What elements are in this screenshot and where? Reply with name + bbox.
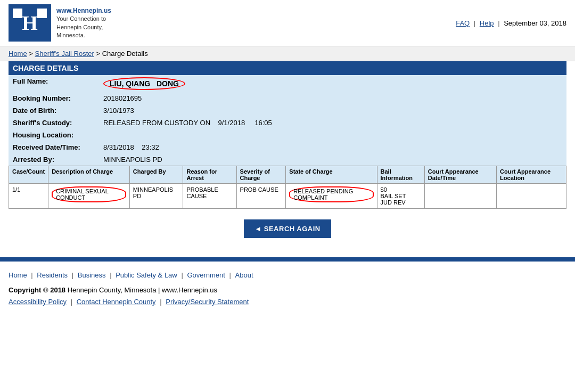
col-court-date: Court Appearance Date/Time [424,166,496,184]
footer-link-business[interactable]: Business [78,271,106,279]
field-label-fullname: Full Name: [9,75,99,92]
faq-link[interactable]: FAQ [456,19,470,27]
cell-bail: $0BAIL SETJUD REV [377,184,424,209]
footer-copyright: Copyright © 2018 Hennepin County, Minnes… [9,284,566,308]
logo-letter: H [22,11,38,35]
table-row: Sheriff's Custody: RELEASED FROM CUSTODY… [9,117,566,129]
field-label-custody: Sheriff's Custody: [9,117,99,129]
field-value-arrested: MINNEAPOLIS PD [99,153,566,166]
info-table: Full Name: LIU, QIANG DONG Booking Numbe… [9,75,566,166]
charges-table: Case/Count Description of Charge Charged… [9,166,566,209]
col-reason: Reason for Arrest [183,166,236,184]
field-label-booking: Booking Number: [9,92,99,104]
breadcrumb-home[interactable]: Home [9,50,27,58]
charge-row: 1/1 CRIMINAL SEXUAL CONDUCT MINNEAPOLIS … [9,184,566,209]
search-again-container: SEARCH AGAIN [9,209,566,249]
field-value-booking: 2018021695 [99,92,566,104]
full-name-circled: LIU, QIANG DONG [103,77,185,90]
cell-reason: PROBABLE CAUSE [183,184,236,209]
cell-charged-by: MINNEAPOLIS PD [129,184,183,209]
logo-area: H www.Hennepin.us Your Connection to Hen… [9,4,111,42]
charges-header-row: Case/Count Description of Charge Charged… [9,166,566,184]
col-bail: Bail Information [377,166,424,184]
tagline-line2: Hennepin County, [56,24,103,30]
field-value-custody: RELEASED FROM CUSTODY ON 9/1/2018 16:05 [99,117,566,129]
cell-case-count: 1/1 [9,184,48,209]
col-case-count: Case/Count [9,166,48,184]
main-content: CHARGE DETAILS Full Name: LIU, QIANG DON… [0,61,575,257]
footer-link-about[interactable]: About [235,271,253,279]
privacy-link[interactable]: Privacy/Security Statement [166,298,249,306]
table-row: Arrested By: MINNEAPOLIS PD [9,153,566,166]
cell-court-location [497,184,566,209]
col-charged-by: Charged By [129,166,183,184]
field-label-arrested: Arrested By: [9,153,99,166]
tagline-line3: Minnesota. [56,32,85,38]
tagline-line1: Your Connection to [56,15,106,22]
logo-tagline: www.Hennepin.us Your Connection to Henne… [56,6,111,40]
contact-link[interactable]: Contact Hennepin County [77,298,156,306]
logo-box: H [9,4,51,42]
footer-link-government[interactable]: Government [187,271,225,279]
footer: Home | Residents | Business | Public Saf… [0,267,575,312]
accessibility-policy-link[interactable]: Accessibility Policy [9,298,67,306]
cell-state: RELEASED PENDING COMPLAINT [286,184,377,209]
footer-link-public-safety[interactable]: Public Safety & Law [116,271,177,279]
field-value-fullname: LIU, QIANG DONG [99,75,566,92]
cell-description: CRIMINAL SEXUAL CONDUCT [48,184,130,209]
field-label-dob: Date of Birth: [9,104,99,117]
col-description: Description of Charge [48,166,130,184]
table-row: Full Name: LIU, QIANG DONG [9,75,566,92]
field-value-housing [99,129,566,141]
field-value-dob: 3/10/1973 [99,104,566,117]
footer-link-home[interactable]: Home [9,271,27,279]
charge-details-heading: CHARGE DETAILS [9,61,566,75]
table-row: Date of Birth: 3/10/1973 [9,104,566,117]
copyright-county: Hennepin County, Minnesota | www.Hennepi… [68,286,217,294]
charge-description-circled: CRIMINAL SEXUAL CONDUCT [52,186,126,202]
page-header: H www.Hennepin.us Your Connection to Hen… [0,0,575,46]
table-row: Booking Number: 2018021695 [9,92,566,104]
state-of-charge-circled: RELEASED PENDING COMPLAINT [289,186,373,202]
table-row: Received Date/Time: 8/31/2018 23:32 [9,141,566,153]
breadcrumb-current: Charge Details [102,50,148,58]
col-court-location: Court Appearance Location [497,166,566,184]
field-label-received: Received Date/Time: [9,141,99,153]
col-state: State of Charge [286,166,377,184]
help-link[interactable]: Help [480,19,494,27]
charges-table-container: Case/Count Description of Charge Charged… [9,166,566,209]
cell-severity: PROB CAUSE [236,184,286,209]
breadcrumb: Home > Sheriff's Jail Roster > Charge De… [0,46,575,61]
field-label-housing: Housing Location: [9,129,99,141]
breadcrumb-jail-roster[interactable]: Sheriff's Jail Roster [35,50,94,58]
col-severity: Severity of Charge [236,166,286,184]
header-date: September 03, 2018 [504,19,566,27]
footer-nav: Home | Residents | Business | Public Saf… [9,271,566,279]
field-value-received: 8/31/2018 23:32 [99,141,566,153]
cell-court-date [424,184,496,209]
footer-link-residents[interactable]: Residents [37,271,68,279]
header-right: FAQ | Help | September 03, 2018 [456,19,566,27]
copyright-text: Copyright © 2018 [9,286,65,294]
blue-divider [0,257,575,262]
table-row: Housing Location: [9,129,566,141]
search-again-button[interactable]: SEARCH AGAIN [244,219,331,238]
site-url[interactable]: www.Hennepin.us [56,7,111,14]
